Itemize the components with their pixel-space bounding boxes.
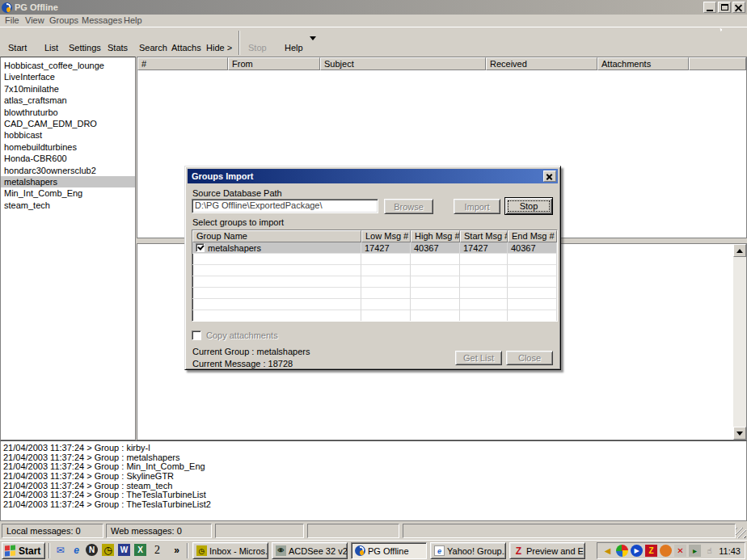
outlook-icon: ◷: [196, 545, 207, 556]
toolbar-search-button[interactable]: Search: [139, 43, 167, 53]
task-label: ACDSee 32 v2...: [289, 546, 348, 556]
menu-help[interactable]: Help: [124, 15, 142, 25]
column-low-msg[interactable]: Low Msg #: [361, 230, 411, 242]
empty-row: [192, 288, 557, 299]
printer-icon[interactable]: ▸: [689, 545, 701, 557]
stop-button[interactable]: Stop: [504, 197, 553, 215]
column-filler: [689, 57, 746, 70]
window-titlebar[interactable]: PG Offline: [0, 0, 747, 15]
hand-pointer-icon[interactable]: ☝: [703, 545, 715, 557]
status-web-messages: Web messages: 0: [106, 524, 212, 538]
menu-view[interactable]: View: [25, 15, 44, 25]
word-icon[interactable]: W: [118, 544, 130, 556]
media-player-icon[interactable]: ▶: [631, 545, 643, 557]
sidebar-item[interactable]: Min_Int_Comb_Eng: [1, 187, 135, 199]
dialog-close-action-button: Close: [506, 351, 553, 365]
sidebar-item[interactable]: 7x10minilathe: [1, 83, 135, 95]
copy-attachments-checkbox: [192, 331, 201, 340]
column-high-msg[interactable]: High Msg #: [411, 230, 460, 242]
office-binder-icon[interactable]: 2: [150, 543, 164, 558]
app-logo-icon: [2, 2, 12, 13]
group-row-metalshapers[interactable]: metalshapers 17427 40367 17427 40367: [192, 242, 557, 254]
netscape-icon[interactable]: N: [86, 544, 98, 556]
start-msg-value: 17427: [460, 242, 508, 254]
task-button-pg-offline[interactable]: PG Offline: [351, 542, 427, 559]
task-button-yahoo-groups[interactable]: e Yahoo! Group...: [430, 542, 506, 559]
empty-row: [192, 265, 557, 276]
groups-table: Group Name Low Msg # High Msg # Start Ms…: [192, 229, 558, 322]
excel-icon[interactable]: X: [134, 544, 146, 556]
select-groups-label: Select groups to import: [192, 217, 284, 227]
status-panel-empty: [215, 524, 304, 538]
column-group-name[interactable]: Group Name: [192, 230, 361, 242]
resize-grip[interactable]: [736, 528, 746, 538]
dialog-titlebar[interactable]: Groups Import: [188, 169, 558, 183]
toolbar-help-button[interactable]: Help: [285, 43, 303, 53]
status-panel-empty: [403, 524, 736, 538]
acdsee-icon: 👁: [276, 545, 286, 556]
column-number[interactable]: #: [137, 57, 228, 70]
outlook-icon[interactable]: ◷: [102, 544, 114, 556]
scroll-up-button[interactable]: [733, 244, 746, 257]
menu-groups[interactable]: Groups: [49, 15, 78, 25]
status-bar: Local messages: 0 Web messages: 0: [0, 521, 747, 540]
column-start-msg[interactable]: Start Msg #: [460, 230, 508, 242]
scroll-down-button[interactable]: [733, 427, 746, 440]
sidebar-item-selected[interactable]: metalshapers: [1, 176, 135, 187]
column-attachments[interactable]: Attachments: [597, 57, 689, 70]
task-button-inbox[interactable]: ◷ Inbox - Micros...: [192, 542, 268, 559]
empty-row: [192, 299, 557, 310]
outlook-express-icon[interactable]: ✉: [53, 543, 67, 558]
sidebar-item[interactable]: blowthruturbo: [1, 107, 135, 118]
sidebar-item[interactable]: Honda-CBR600: [1, 153, 135, 164]
column-received[interactable]: Received: [486, 57, 597, 70]
sidebar-item[interactable]: atlas_craftsman: [1, 95, 135, 106]
vertical-scrollbar[interactable]: [733, 244, 746, 440]
task-button-preview[interactable]: Z Preview and E...: [509, 542, 585, 559]
menu-bar: File View Groups Messages Help: [0, 15, 747, 27]
close-button[interactable]: [732, 2, 745, 13]
sidebar-item[interactable]: homebuildturbines: [1, 141, 135, 153]
task-button-acdsee[interactable]: 👁 ACDSee 32 v2...: [272, 542, 348, 559]
taskbar-clock[interactable]: 11:43: [719, 546, 741, 556]
start-button[interactable]: Start: [2, 542, 45, 559]
agent-icon[interactable]: [660, 545, 672, 557]
quick-launch-overflow-icon[interactable]: »: [170, 543, 184, 558]
toolbar-start-button[interactable]: Start: [8, 43, 27, 53]
status-panel-empty: [307, 524, 399, 538]
sidebar-item[interactable]: steam_tech: [1, 200, 135, 211]
dialog-close-button[interactable]: [543, 171, 556, 182]
sidebar-item[interactable]: CAD_CAM_EDM_DRO: [1, 118, 135, 129]
column-from[interactable]: From: [228, 57, 320, 70]
volume-icon[interactable]: ◀: [601, 545, 614, 557]
sidebar-item[interactable]: LiveInterface: [1, 71, 135, 82]
arrow-up-icon: [736, 249, 743, 253]
network-offline-icon[interactable]: ✕: [674, 545, 686, 557]
sidebar-item[interactable]: hobbicast: [1, 129, 135, 141]
sidebar-item[interactable]: Hobbicast_coffee_lounge: [1, 60, 135, 71]
status-local-messages: Local messages: 0: [2, 524, 103, 538]
toolbar-settings-button[interactable]: Settings: [69, 43, 101, 53]
column-subject[interactable]: Subject: [320, 57, 486, 70]
menu-file[interactable]: File: [5, 15, 19, 25]
toolbar-hide-button[interactable]: Hide >: [206, 43, 232, 53]
task-label: Inbox - Micros...: [209, 546, 268, 556]
group-checkbox-checked[interactable]: [196, 243, 205, 252]
menu-messages[interactable]: Messages: [82, 15, 122, 25]
source-path-input[interactable]: D:\PG Offline\ExportedPackage\: [192, 199, 378, 213]
internet-explorer-icon[interactable]: e: [70, 543, 83, 558]
low-msg-value: 17427: [361, 242, 411, 254]
import-button: Import: [454, 199, 500, 214]
system-tray: ◀ ▶ Z ✕ ▸ ☝ 11:43: [597, 542, 745, 559]
toolbar-stats-button[interactable]: Stats: [108, 43, 128, 53]
sidebar-item[interactable]: hondarc30ownersclub2: [1, 165, 135, 176]
toolbar-attachs-button[interactable]: Attachs: [171, 43, 201, 53]
column-end-msg[interactable]: End Msg #: [508, 230, 557, 242]
copy-attachments-label: Copy attachments: [206, 331, 278, 340]
color-wheel-icon[interactable]: [616, 545, 628, 557]
toolbar-list-button[interactable]: List: [44, 43, 58, 53]
maximize-button[interactable]: [718, 2, 731, 13]
zonealarm-icon[interactable]: Z: [645, 545, 657, 557]
minimize-button[interactable]: [703, 2, 716, 13]
help-dropdown-icon[interactable]: [310, 36, 316, 40]
